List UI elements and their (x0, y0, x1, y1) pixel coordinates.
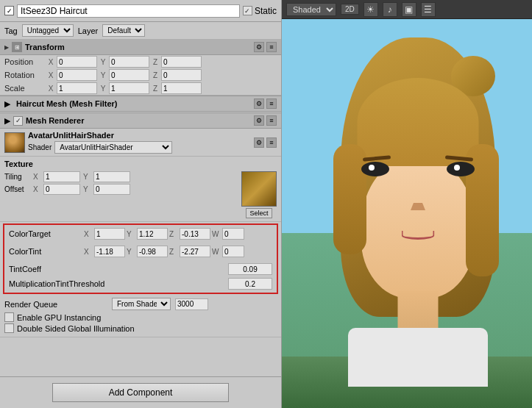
sound-icon-button[interactable]: ♪ (383, 2, 397, 17)
static-checkbox[interactable] (243, 6, 252, 15)
gpu-instancing-row: Enable GPU Instancing (4, 312, 277, 322)
static-toggle[interactable]: Static (243, 6, 277, 16)
mesh-renderer-menu-icon[interactable]: ≡ (266, 115, 277, 126)
ct-x-label: X (84, 230, 93, 238)
mult-tint-row: MultiplicationTintThreshold (4, 276, 277, 291)
mesh-filter-menu-icon[interactable]: ≡ (266, 99, 277, 109)
tint-coeff-input[interactable] (228, 263, 272, 275)
color-tint-y-input[interactable] (137, 246, 168, 257)
tint-coeff-row: TintCoeff (4, 262, 277, 276)
layer-select[interactable]: Default (102, 24, 145, 37)
transform-settings-icon[interactable]: ⚙ (254, 42, 264, 52)
offset-y-label: Y (83, 185, 91, 193)
mesh-renderer-arrow: ▶ (4, 116, 10, 126)
render-queue-value-input[interactable] (175, 298, 208, 310)
mesh-renderer-header[interactable]: ▶ Mesh Renderer ⚙ ≡ (0, 112, 281, 129)
pos-x-label: X (46, 58, 55, 66)
position-label: Position (4, 57, 45, 66)
mesh-filter-settings-icon[interactable]: ⚙ (254, 99, 264, 109)
rotation-y-input[interactable] (109, 69, 149, 81)
eye-right (447, 162, 475, 176)
rotation-x-input[interactable] (57, 69, 97, 81)
layer-label: Layer (78, 26, 99, 35)
color-tint-x-input[interactable] (94, 246, 125, 257)
shader-settings-icon[interactable]: ⚙ (254, 137, 264, 148)
shader-select[interactable]: AvatarUnlitHairShader (54, 141, 172, 154)
color-target-y-input[interactable] (137, 228, 168, 240)
mesh-renderer-settings-icon[interactable]: ⚙ (254, 115, 264, 126)
rotation-xyz: X Y Z (46, 69, 277, 81)
ctn-x-label: X (84, 248, 93, 256)
top-bar: ✓ Static (0, 0, 281, 22)
mesh-filter-gear: ⚙ ≡ (254, 99, 277, 109)
transform-menu-icon[interactable]: ≡ (266, 42, 277, 52)
rot-x-label: X (46, 71, 55, 79)
transform-gear-group: ⚙ ≡ (254, 42, 277, 52)
tiling-label: Tiling (4, 173, 30, 181)
texture-thumbnail[interactable] (241, 171, 277, 207)
color-tint-w-input[interactable] (222, 246, 244, 257)
texture-fields: Tiling X Y Offset X Y (4, 171, 237, 196)
rot-y-label: Y (99, 71, 107, 79)
color-target-w-input[interactable] (222, 228, 244, 240)
add-component-button[interactable]: Add Component (52, 383, 229, 402)
shading-select[interactable]: Shaded (286, 3, 336, 16)
shader-menu-icon[interactable]: ≡ (266, 137, 277, 148)
mult-tint-input[interactable] (228, 278, 272, 290)
position-y-input[interactable] (109, 56, 149, 68)
shader-name: AvatarUnlitHairShader (28, 131, 251, 140)
pos-z-label: Z (151, 58, 160, 66)
2d-mode-button[interactable]: 2D (341, 4, 359, 15)
tag-label: Tag (4, 26, 18, 35)
mesh-filter-title: Haircut Mesh (Mesh Filter) (16, 99, 118, 108)
gpu-instancing-label: Enable GPU Instancing (17, 313, 101, 322)
position-x-input[interactable] (57, 56, 97, 68)
double-sided-checkbox[interactable] (4, 323, 14, 333)
color-tint-z-input[interactable] (180, 246, 210, 257)
tiling-x-input[interactable] (43, 171, 80, 182)
sun-icon-button[interactable]: ☀ (363, 2, 378, 17)
offset-x-input[interactable] (43, 184, 80, 195)
mesh-renderer-checkbox[interactable] (13, 116, 23, 126)
scale-x-input[interactable] (57, 82, 97, 94)
scale-row: Scale X Y Z (0, 82, 281, 95)
position-row: Position X Y Z (0, 55, 281, 68)
render-queue-select[interactable]: From Shader (112, 298, 171, 310)
object-name-input[interactable] (17, 4, 240, 18)
ct-w-label: W (212, 230, 221, 238)
offset-x-label: X (33, 185, 40, 193)
tag-select[interactable]: Untagged (22, 24, 74, 37)
texture-select-button[interactable]: Select (246, 208, 272, 218)
color-target-z-input[interactable] (180, 228, 210, 240)
ctn-z-label: Z (169, 248, 178, 256)
pos-y-label: Y (99, 58, 107, 66)
position-z-input[interactable] (161, 56, 202, 68)
mesh-filter-header[interactable]: ▶ Haircut Mesh (Mesh Filter) ⚙ ≡ (0, 96, 281, 112)
gpu-instancing-checkbox[interactable] (4, 312, 14, 322)
viewport-area[interactable] (282, 19, 532, 408)
viewport-panel: Shaded 2D ☀ ♪ ▣ ☰ (282, 0, 532, 408)
monitor-icon-button[interactable]: ▣ (402, 2, 416, 17)
color-tint-row: ColorTint X Y Z W (4, 244, 277, 259)
position-xyz: X Y Z (46, 56, 277, 68)
more-icon-button[interactable]: ☰ (421, 2, 436, 17)
rotation-z-input[interactable] (161, 69, 202, 81)
active-checkbox[interactable]: ✓ (4, 6, 14, 15)
tiling-y-input[interactable] (93, 171, 130, 182)
avatar-container (319, 34, 517, 387)
rotation-row: Rotation X Y Z (0, 68, 281, 82)
add-component-bar: Add Component (0, 376, 281, 408)
tint-coeff-label: TintCoeff (9, 265, 225, 273)
scale-z-input[interactable] (161, 82, 202, 94)
ctn-y-label: Y (127, 248, 135, 256)
double-sided-label: Double Sided Global Illumination (17, 324, 135, 333)
face-oval (361, 155, 475, 298)
mult-tint-label: MultiplicationTintThreshold (9, 279, 225, 288)
scale-y-input[interactable] (109, 82, 149, 94)
static-label: Static (255, 6, 277, 16)
viewport-toolbar: Shaded 2D ☀ ♪ ▣ ☰ (282, 0, 532, 19)
scale-x-label: X (46, 85, 55, 93)
offset-y-input[interactable] (93, 184, 130, 195)
transform-header[interactable]: ▶ ⊞ Transform ⚙ ≡ (0, 40, 281, 55)
color-target-x-input[interactable] (94, 228, 125, 240)
